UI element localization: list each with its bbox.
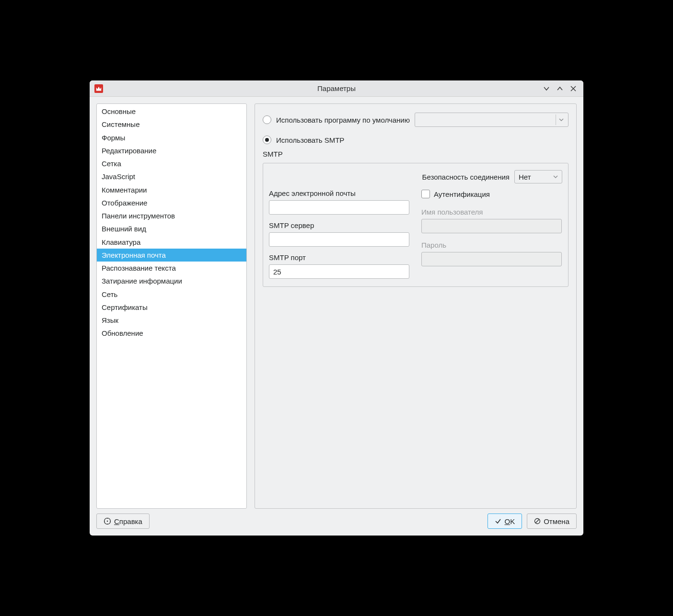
default-program-combo[interactable] <box>415 113 569 127</box>
email-address-label: Адрес электронной почты <box>269 189 409 197</box>
use-default-program-radio[interactable] <box>263 115 271 124</box>
use-smtp-row: Использовать SMTP <box>263 136 569 144</box>
username-label: Имя пользователя <box>421 208 562 216</box>
smtp-group-label: SMTP <box>263 150 569 158</box>
sidebar-item[interactable]: Отображение <box>97 196 246 209</box>
username-input <box>421 219 562 233</box>
use-smtp-label: Использовать SMTP <box>276 136 344 144</box>
use-default-program-label: Использовать программу по умолчанию <box>276 116 410 124</box>
window-title: Параметры <box>90 84 583 92</box>
sidebar-item[interactable]: Клавиатура <box>97 236 246 249</box>
close-button[interactable] <box>568 83 579 94</box>
email-address-input[interactable] <box>269 200 409 215</box>
smtp-port-input[interactable] <box>269 264 409 279</box>
sidebar-item[interactable]: Комментарии <box>97 183 246 196</box>
cancel-icon <box>534 518 541 525</box>
password-input <box>421 252 562 266</box>
chevron-down-icon <box>543 85 550 92</box>
preferences-window: Параметры ОсновныеСистемныеФормыРедактир… <box>90 80 583 536</box>
window-controls <box>541 83 583 94</box>
smtp-server-label: SMTP сервер <box>269 221 409 229</box>
ok-button[interactable]: OK <box>487 513 522 529</box>
smtp-port-label: SMTP порт <box>269 253 409 262</box>
connection-security-label: Безопасность соединения <box>422 173 510 181</box>
dialog-footer: Справка OK Отмена <box>96 513 577 529</box>
close-icon <box>570 86 576 91</box>
sidebar-item[interactable]: Затирание информации <box>97 274 246 287</box>
sidebar-item[interactable]: Основные <box>97 105 246 118</box>
smtp-group: Безопасность соединения Нет Адрес электр… <box>263 163 569 287</box>
help-button[interactable]: Справка <box>96 513 150 529</box>
check-icon <box>495 518 501 525</box>
sidebar-item[interactable]: Сетка <box>97 157 246 170</box>
sidebar-item[interactable]: Распознавание текста <box>97 262 246 274</box>
content: ОсновныеСистемныеФормыРедактированиеСетк… <box>90 97 583 536</box>
sidebar-item[interactable]: Сеть <box>97 288 246 301</box>
smtp-server-input[interactable] <box>269 232 409 247</box>
sidebar-item[interactable]: Сертификаты <box>97 301 246 314</box>
sidebar-item[interactable]: Формы <box>97 131 246 144</box>
smtp-right-column: Аутентификация Имя пользователя Пароль <box>421 189 562 279</box>
help-button-label: Справка <box>114 517 142 525</box>
minimize-button[interactable] <box>541 83 552 94</box>
sidebar-item[interactable]: Панели инструментов <box>97 209 246 222</box>
sidebar-item[interactable]: Внешний вид <box>97 222 246 235</box>
help-icon <box>104 517 111 525</box>
titlebar: Параметры <box>90 80 583 97</box>
sidebar-item[interactable]: Язык <box>97 314 246 327</box>
use-smtp-radio[interactable] <box>263 136 271 144</box>
chevron-down-icon <box>558 117 564 123</box>
connection-security-value: Нет <box>519 173 531 181</box>
cancel-button[interactable]: Отмена <box>527 513 577 529</box>
sidebar-item[interactable]: Электронная почта <box>97 249 246 262</box>
svg-point-1 <box>107 521 108 522</box>
use-default-program-row: Использовать программу по умолчанию <box>263 113 569 127</box>
smtp-left-column: Адрес электронной почты SMTP сервер SMTP… <box>269 189 409 279</box>
ok-button-label: OK <box>504 517 515 525</box>
connection-security-select[interactable]: Нет <box>514 170 562 183</box>
sidebar-item[interactable]: JavaScript <box>97 170 246 183</box>
app-icon <box>94 84 103 93</box>
sidebar-item[interactable]: Обновление <box>97 327 246 340</box>
auth-checkbox[interactable] <box>421 190 430 198</box>
cancel-button-label: Отмена <box>544 517 569 525</box>
chevron-down-icon <box>553 174 558 179</box>
sidebar-item[interactable]: Системные <box>97 118 246 131</box>
maximize-button[interactable] <box>555 83 565 94</box>
auth-checkbox-label: Аутентификация <box>434 190 490 198</box>
password-label: Пароль <box>421 241 562 249</box>
sidebar-item[interactable]: Редактирование <box>97 144 246 157</box>
category-sidebar[interactable]: ОсновныеСистемныеФормыРедактированиеСетк… <box>96 103 247 509</box>
chevron-up-icon <box>557 85 563 92</box>
email-settings-panel: Использовать программу по умолчанию Испо… <box>255 103 577 509</box>
